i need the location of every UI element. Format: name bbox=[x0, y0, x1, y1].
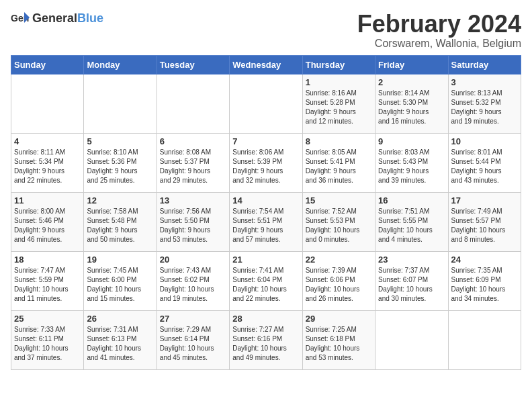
day-number: 27 bbox=[160, 314, 226, 324]
header-cell-sunday: Sunday bbox=[11, 55, 84, 74]
day-info: Sunrise: 7:45 AM Sunset: 6:00 PM Dayligh… bbox=[87, 266, 153, 304]
calendar-cell: 27Sunrise: 7:29 AM Sunset: 6:14 PM Dayli… bbox=[157, 310, 229, 369]
header-cell-thursday: Thursday bbox=[302, 55, 375, 74]
day-info: Sunrise: 7:49 AM Sunset: 5:57 PM Dayligh… bbox=[451, 207, 518, 244]
calendar-cell bbox=[448, 310, 521, 369]
day-info: Sunrise: 7:27 AM Sunset: 6:16 PM Dayligh… bbox=[232, 325, 299, 363]
day-number: 14 bbox=[232, 195, 299, 205]
day-number: 2 bbox=[378, 77, 445, 87]
calendar-cell: 29Sunrise: 7:25 AM Sunset: 6:18 PM Dayli… bbox=[302, 310, 375, 369]
calendar-cell bbox=[375, 310, 448, 369]
day-number: 16 bbox=[378, 195, 445, 205]
week-row-3: 18Sunrise: 7:47 AM Sunset: 5:59 PM Dayli… bbox=[11, 251, 521, 310]
calendar-cell: 14Sunrise: 7:54 AM Sunset: 5:51 PM Dayli… bbox=[230, 192, 302, 251]
calendar-cell: 4Sunrise: 8:11 AM Sunset: 5:34 PM Daylig… bbox=[11, 133, 84, 192]
day-info: Sunrise: 8:03 AM Sunset: 5:43 PM Dayligh… bbox=[378, 148, 445, 185]
calendar-table: SundayMondayTuesdayWednesdayThursdayFrid… bbox=[11, 55, 521, 370]
day-number: 11 bbox=[14, 195, 81, 205]
logo-blue: Blue bbox=[77, 11, 103, 25]
day-number: 10 bbox=[451, 136, 518, 146]
header-cell-friday: Friday bbox=[375, 55, 448, 74]
day-info: Sunrise: 8:05 AM Sunset: 5:41 PM Dayligh… bbox=[306, 148, 372, 185]
calendar-cell: 3Sunrise: 8:13 AM Sunset: 5:32 PM Daylig… bbox=[448, 74, 521, 133]
day-info: Sunrise: 7:33 AM Sunset: 6:11 PM Dayligh… bbox=[14, 325, 81, 363]
calendar-cell: 21Sunrise: 7:41 AM Sunset: 6:04 PM Dayli… bbox=[230, 251, 302, 310]
subtitle: Corswarem, Wallonia, Belgium bbox=[357, 38, 521, 50]
day-number: 26 bbox=[87, 314, 153, 324]
calendar-cell: 25Sunrise: 7:33 AM Sunset: 6:11 PM Dayli… bbox=[11, 310, 84, 369]
week-row-4: 25Sunrise: 7:33 AM Sunset: 6:11 PM Dayli… bbox=[11, 310, 521, 369]
title-area: February 2024 Corswarem, Wallonia, Belgi… bbox=[357, 11, 521, 50]
calendar-cell: 15Sunrise: 7:52 AM Sunset: 5:53 PM Dayli… bbox=[302, 192, 375, 251]
calendar-cell: 12Sunrise: 7:58 AM Sunset: 5:48 PM Dayli… bbox=[84, 192, 157, 251]
calendar-cell: 8Sunrise: 8:05 AM Sunset: 5:41 PM Daylig… bbox=[302, 133, 375, 192]
day-info: Sunrise: 7:29 AM Sunset: 6:14 PM Dayligh… bbox=[160, 325, 226, 363]
day-info: Sunrise: 7:35 AM Sunset: 6:09 PM Dayligh… bbox=[451, 266, 518, 304]
calendar-cell: 7Sunrise: 8:06 AM Sunset: 5:39 PM Daylig… bbox=[230, 133, 302, 192]
calendar-cell: 26Sunrise: 7:31 AM Sunset: 6:13 PM Dayli… bbox=[84, 310, 157, 369]
main-title: February 2024 bbox=[357, 11, 521, 38]
day-info: Sunrise: 7:56 AM Sunset: 5:50 PM Dayligh… bbox=[160, 207, 226, 244]
day-number: 20 bbox=[160, 255, 226, 265]
day-number: 29 bbox=[306, 314, 372, 324]
day-number: 23 bbox=[378, 255, 445, 265]
day-number: 4 bbox=[14, 136, 81, 146]
day-number: 12 bbox=[87, 195, 153, 205]
calendar-cell: 16Sunrise: 7:51 AM Sunset: 5:55 PM Dayli… bbox=[375, 192, 448, 251]
day-info: Sunrise: 7:37 AM Sunset: 6:07 PM Dayligh… bbox=[378, 266, 445, 304]
header-row: SundayMondayTuesdayWednesdayThursdayFrid… bbox=[11, 55, 521, 74]
day-number: 8 bbox=[306, 136, 372, 146]
week-row-0: 1Sunrise: 8:16 AM Sunset: 5:28 PM Daylig… bbox=[11, 74, 521, 133]
calendar-cell: 22Sunrise: 7:39 AM Sunset: 6:06 PM Dayli… bbox=[302, 251, 375, 310]
day-info: Sunrise: 7:31 AM Sunset: 6:13 PM Dayligh… bbox=[87, 325, 153, 363]
calendar-cell: 6Sunrise: 8:08 AM Sunset: 5:37 PM Daylig… bbox=[157, 133, 229, 192]
day-number: 5 bbox=[87, 136, 153, 146]
logo: Gen GeneralBlue bbox=[11, 11, 103, 26]
calendar-cell: 5Sunrise: 8:10 AM Sunset: 5:36 PM Daylig… bbox=[84, 133, 157, 192]
day-info: Sunrise: 8:08 AM Sunset: 5:37 PM Dayligh… bbox=[160, 148, 226, 185]
day-number: 25 bbox=[14, 314, 81, 324]
day-number: 18 bbox=[14, 255, 81, 265]
calendar-cell: 24Sunrise: 7:35 AM Sunset: 6:09 PM Dayli… bbox=[448, 251, 521, 310]
day-info: Sunrise: 7:25 AM Sunset: 6:18 PM Dayligh… bbox=[306, 325, 372, 363]
calendar-cell: 20Sunrise: 7:43 AM Sunset: 6:02 PM Dayli… bbox=[157, 251, 229, 310]
calendar-cell bbox=[157, 74, 229, 133]
day-number: 19 bbox=[87, 255, 153, 265]
day-number: 22 bbox=[306, 255, 372, 265]
logo-icon: Gen bbox=[11, 11, 30, 26]
logo-general: General bbox=[32, 11, 77, 25]
day-info: Sunrise: 7:39 AM Sunset: 6:06 PM Dayligh… bbox=[306, 266, 372, 304]
calendar-cell: 17Sunrise: 7:49 AM Sunset: 5:57 PM Dayli… bbox=[448, 192, 521, 251]
day-info: Sunrise: 8:16 AM Sunset: 5:28 PM Dayligh… bbox=[306, 89, 372, 126]
week-row-2: 11Sunrise: 8:00 AM Sunset: 5:46 PM Dayli… bbox=[11, 192, 521, 251]
calendar-cell bbox=[11, 74, 84, 133]
day-number: 3 bbox=[451, 77, 518, 87]
day-info: Sunrise: 8:06 AM Sunset: 5:39 PM Dayligh… bbox=[232, 148, 299, 185]
day-info: Sunrise: 8:11 AM Sunset: 5:34 PM Dayligh… bbox=[14, 148, 81, 185]
day-info: Sunrise: 7:51 AM Sunset: 5:55 PM Dayligh… bbox=[378, 207, 445, 244]
day-number: 21 bbox=[232, 255, 299, 265]
header-cell-monday: Monday bbox=[84, 55, 157, 74]
calendar-cell bbox=[84, 74, 157, 133]
day-info: Sunrise: 7:47 AM Sunset: 5:59 PM Dayligh… bbox=[14, 266, 81, 304]
calendar-cell: 28Sunrise: 7:27 AM Sunset: 6:16 PM Dayli… bbox=[230, 310, 302, 369]
day-info: Sunrise: 8:13 AM Sunset: 5:32 PM Dayligh… bbox=[451, 89, 518, 126]
calendar-cell: 19Sunrise: 7:45 AM Sunset: 6:00 PM Dayli… bbox=[84, 251, 157, 310]
day-info: Sunrise: 8:00 AM Sunset: 5:46 PM Dayligh… bbox=[14, 207, 81, 244]
day-number: 13 bbox=[160, 195, 226, 205]
day-info: Sunrise: 8:14 AM Sunset: 5:30 PM Dayligh… bbox=[378, 89, 445, 126]
calendar-cell: 13Sunrise: 7:56 AM Sunset: 5:50 PM Dayli… bbox=[157, 192, 229, 251]
day-number: 9 bbox=[378, 136, 445, 146]
header-cell-saturday: Saturday bbox=[448, 55, 521, 74]
day-number: 7 bbox=[232, 136, 299, 146]
week-row-1: 4Sunrise: 8:11 AM Sunset: 5:34 PM Daylig… bbox=[11, 133, 521, 192]
day-info: Sunrise: 8:10 AM Sunset: 5:36 PM Dayligh… bbox=[87, 148, 153, 185]
calendar-cell bbox=[230, 74, 302, 133]
header-cell-wednesday: Wednesday bbox=[230, 55, 302, 74]
calendar-cell: 18Sunrise: 7:47 AM Sunset: 5:59 PM Dayli… bbox=[11, 251, 84, 310]
header-cell-tuesday: Tuesday bbox=[157, 55, 229, 74]
calendar-header: SundayMondayTuesdayWednesdayThursdayFrid… bbox=[11, 55, 521, 74]
day-info: Sunrise: 8:01 AM Sunset: 5:44 PM Dayligh… bbox=[451, 148, 518, 185]
day-info: Sunrise: 7:58 AM Sunset: 5:48 PM Dayligh… bbox=[87, 207, 153, 244]
calendar-cell: 9Sunrise: 8:03 AM Sunset: 5:43 PM Daylig… bbox=[375, 133, 448, 192]
